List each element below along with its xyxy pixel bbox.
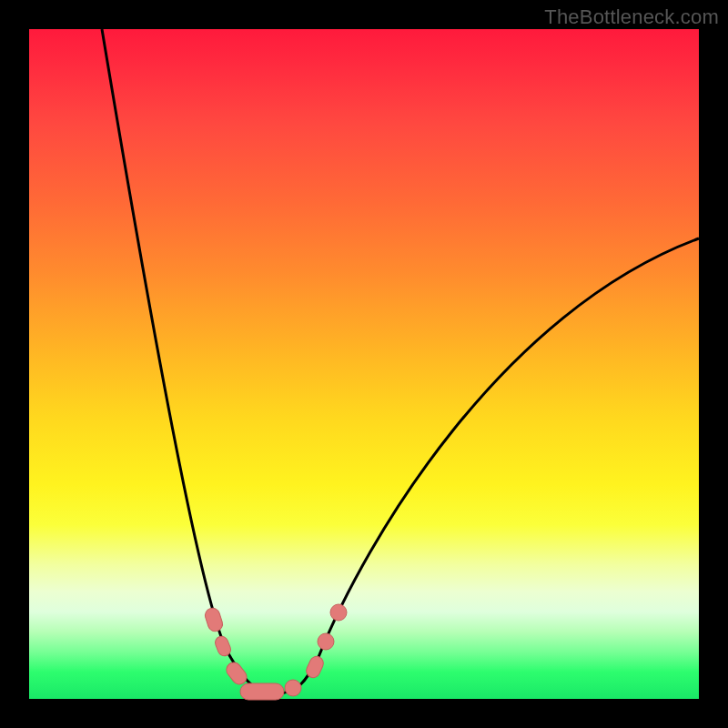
curve-marker-7 bbox=[330, 604, 347, 621]
plot-area bbox=[29, 29, 699, 699]
chart-frame: TheBottleneck.com bbox=[0, 0, 728, 728]
curve-marker-2 bbox=[224, 660, 250, 687]
curve-marker-3 bbox=[240, 683, 284, 700]
curve-marker-6 bbox=[318, 633, 334, 650]
bottleneck-curve bbox=[102, 29, 699, 693]
marker-group bbox=[203, 604, 347, 700]
curve-marker-0 bbox=[203, 606, 224, 633]
curve-svg bbox=[29, 29, 699, 699]
watermark-text: TheBottleneck.com bbox=[544, 5, 719, 29]
curve-marker-4 bbox=[285, 680, 301, 696]
